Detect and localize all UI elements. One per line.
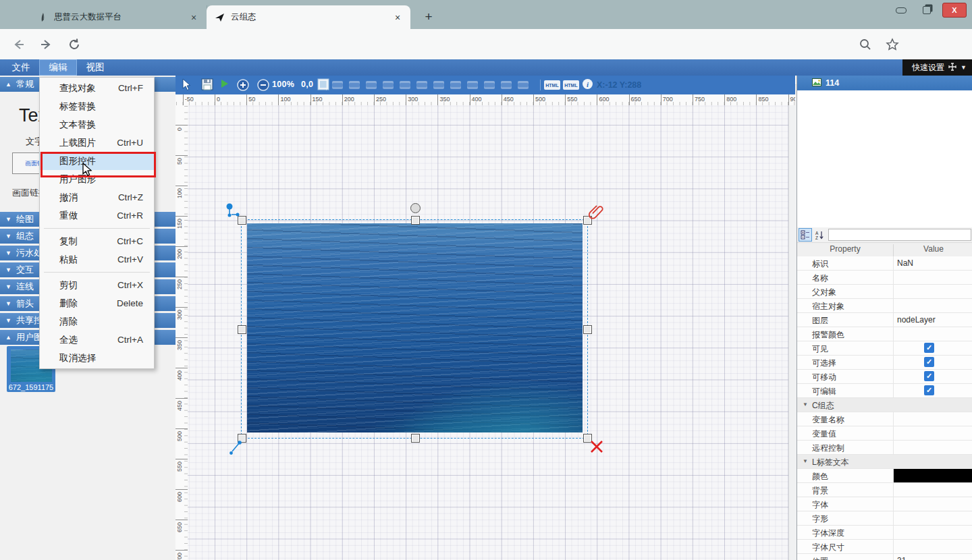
ruler-tick-label: 300 — [406, 94, 418, 105]
property-filter-input[interactable] — [828, 229, 971, 241]
ruler-tick-label: 150 — [310, 94, 323, 105]
zoom-in-icon[interactable] — [236, 78, 250, 92]
new-tab-button[interactable]: + — [420, 8, 437, 26]
collapse-icon: ▲ — [5, 81, 11, 88]
menu-edit[interactable]: 编辑 — [39, 59, 77, 76]
resize-handle[interactable] — [411, 434, 420, 443]
dock-icon[interactable] — [948, 63, 956, 73]
property-row-父对象: 父对象 — [797, 285, 972, 299]
group-collapse-icon[interactable]: ▼ — [803, 401, 808, 408]
group-collapse-icon[interactable]: ▼ — [803, 458, 808, 464]
align-top-icon — [416, 81, 427, 89]
property-value[interactable]: NaN — [897, 258, 913, 268]
zoom-level: 100% — [272, 80, 294, 89]
menu-item-删除[interactable]: 删除Delete — [40, 294, 154, 312]
back-icon[interactable] — [9, 35, 28, 54]
menu-item-粘贴[interactable]: 粘贴Ctrl+V — [40, 250, 154, 269]
property-name: 标识 — [812, 258, 828, 270]
menu-item-查找对象[interactable]: 查找对象Ctrl+F — [40, 79, 154, 97]
property-row-可移动: 可移动✓ — [797, 370, 972, 384]
info-icon[interactable]: i — [582, 78, 593, 90]
close-button[interactable]: X — [942, 3, 967, 18]
property-group-L标签文本[interactable]: ▼L标签文本 — [797, 455, 972, 469]
panel-label: 箭头 — [16, 298, 34, 310]
menu-item-复制[interactable]: 复制Ctrl+C — [40, 232, 154, 250]
menu-item-shortcut: Ctrl+C — [117, 236, 143, 246]
selected-node-row[interactable]: 114 — [797, 76, 972, 90]
menu-item-全选[interactable]: 全选Ctrl+A — [40, 331, 154, 349]
search-icon[interactable] — [856, 35, 875, 54]
menu-item-标签替换[interactable]: 标签替换 — [40, 97, 154, 115]
menu-item-label: 全选 — [59, 334, 78, 346]
menu-item-label: 上载图片 — [59, 137, 96, 149]
zoom-out-icon[interactable] — [256, 78, 270, 92]
resize-handle[interactable] — [238, 325, 246, 334]
ruler-tick-label: 200 — [342, 94, 354, 105]
checkbox-checked[interactable]: ✓ — [924, 357, 934, 367]
property-row-名称: 名称 — [797, 271, 972, 285]
bookmark-star-icon[interactable] — [883, 35, 902, 54]
checkbox-checked[interactable]: ✓ — [924, 343, 934, 353]
tab1-close-icon[interactable]: × — [188, 11, 200, 24]
html-export-icon[interactable]: HTML — [544, 80, 560, 90]
properties-panel: 114 AZ Property Value 标识NaN名称父对象宿主对象图层no… — [796, 76, 972, 560]
rotate-handle[interactable] — [410, 203, 421, 213]
panel-label: 交互 — [16, 264, 34, 276]
menu-item-撤消[interactable]: 撤消Ctrl+Z — [40, 188, 154, 206]
html-import-icon[interactable]: HTML — [563, 80, 579, 90]
canvas-toolbar: 100% 0,0 HTML HTML i X:-12 Y:288 — [176, 76, 795, 94]
resize-handle[interactable] — [583, 325, 592, 334]
ruler-tick-label: 400 — [470, 94, 482, 105]
expand-icon: ▼ — [5, 283, 11, 290]
checkbox-checked[interactable]: ✓ — [924, 385, 934, 395]
property-row-可见: 可见✓ — [797, 341, 972, 356]
refresh-icon[interactable] — [65, 35, 84, 54]
node-anchor-icon[interactable] — [225, 202, 242, 222]
select-cursor-icon[interactable] — [181, 78, 192, 92]
forward-icon[interactable] — [36, 35, 55, 54]
attachment-paperclip-icon[interactable] — [589, 202, 603, 224]
color-swatch[interactable] — [894, 469, 972, 482]
checkbox-checked[interactable]: ✓ — [924, 371, 934, 381]
menu-item-取消选择[interactable]: 取消选择 — [40, 349, 154, 367]
canvas-settings-icon[interactable] — [317, 78, 329, 90]
browser-tab-2[interactable]: 云组态 × — [207, 5, 410, 29]
property-group-C组态[interactable]: ▼C组态 — [797, 398, 972, 412]
delete-x-icon[interactable] — [590, 440, 603, 456]
property-name: 报警颜色 — [812, 329, 844, 341]
menu-item-shortcut: Ctrl+F — [118, 83, 143, 93]
menu-item-重做[interactable]: 重做Ctrl+R — [40, 206, 154, 225]
property-value[interactable]: 31 — [897, 556, 906, 560]
menu-separator — [44, 228, 150, 229]
chevron-down-icon[interactable]: ▼ — [961, 64, 967, 71]
menu-view[interactable]: 视图 — [80, 59, 111, 76]
menu-item-label: 复制 — [59, 235, 78, 248]
property-value[interactable]: nodeLayer — [897, 315, 936, 325]
save-icon[interactable] — [201, 78, 213, 90]
resize-handle[interactable] — [411, 216, 420, 225]
tab2-close-icon[interactable]: × — [392, 11, 404, 24]
design-canvas[interactable] — [188, 105, 788, 560]
menu-item-剪切[interactable]: 剪切Ctrl+X — [40, 276, 154, 294]
property-name: 字形 — [812, 513, 828, 525]
expand-icon: ▼ — [5, 317, 11, 324]
menu-item-label: 查找对象 — [59, 82, 96, 94]
menu-file[interactable]: 文件 — [5, 59, 36, 76]
distribute-h-icon — [501, 81, 512, 89]
align-middle-icon — [433, 81, 444, 89]
ruler-tick-label: 250 — [374, 94, 386, 105]
restore-button[interactable] — [917, 3, 937, 17]
ruler-tick-label: 100 — [278, 94, 290, 105]
menu-item-文本替换[interactable]: 文本替换 — [40, 115, 154, 134]
skew-anchor-icon[interactable] — [230, 439, 244, 457]
menu-item-上载图片[interactable]: 上载图片Ctrl+U — [40, 134, 154, 152]
sort-az-icon[interactable]: AZ — [813, 228, 826, 242]
categorized-view-icon[interactable] — [799, 228, 812, 242]
browser-tab-1[interactable]: 思普云大数据平台 × — [30, 5, 207, 29]
tab1-favicon — [38, 12, 49, 23]
menu-item-清除[interactable]: 清除 — [40, 312, 154, 331]
ruler-tick-label: 800 — [724, 94, 736, 105]
quick-settings[interactable]: 快速设置 ▼ — [902, 59, 972, 76]
run-icon[interactable] — [220, 78, 230, 89]
minimize-button[interactable] — [891, 3, 911, 17]
